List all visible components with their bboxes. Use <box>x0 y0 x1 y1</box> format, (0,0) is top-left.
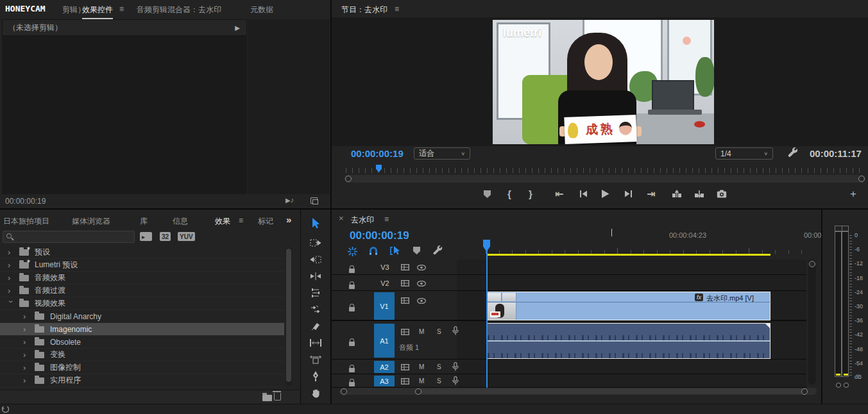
timeline-timecode[interactable]: 00:00:00:19 <box>350 229 409 242</box>
meter-channel-dot-right[interactable] <box>844 383 849 388</box>
track-target-a2[interactable]: A2 <box>374 361 395 373</box>
tab-program-monitor[interactable]: 节目：去水印 <box>341 4 387 15</box>
track-lock-icon[interactable] <box>349 368 355 372</box>
mic-voiceover-icon[interactable] <box>452 376 459 385</box>
rate-stretch-tool[interactable] <box>306 286 325 300</box>
vscroll-handle[interactable] <box>809 261 815 267</box>
tree-item-utility[interactable]: › 实用程序 <box>0 374 284 387</box>
tree-item-imagenomic[interactable]: › Imagenomic <box>0 323 284 336</box>
tree-item-video-effects[interactable]: › 视频效果 <box>0 297 284 310</box>
header-expand-icon[interactable]: ▶ <box>235 24 240 31</box>
hand-tool[interactable] <box>306 386 325 400</box>
snap-magnet-icon[interactable] <box>369 246 378 256</box>
mic-voiceover-icon[interactable] <box>452 326 459 335</box>
sync-lock-icon[interactable] <box>401 378 409 385</box>
sync-lock-icon[interactable] <box>401 297 409 304</box>
timeline-ruler[interactable]: 00:00:04:23 00:00:09:23 <box>457 228 806 254</box>
program-panel-menu-icon[interactable]: ≡ <box>395 4 399 13</box>
track-row-a2[interactable]: A2 M S <box>332 360 806 374</box>
play-audio-icon[interactable]: ▶♪ <box>285 196 294 204</box>
tab-sequence[interactable]: 去水印 <box>351 215 374 226</box>
linked-selection-icon[interactable] <box>390 246 400 256</box>
lift-button[interactable] <box>672 190 682 198</box>
audio-track-name[interactable]: 音频 1 <box>399 343 419 352</box>
tree-item-lumetri-presets[interactable]: › ★ Lumetri 预设 <box>0 259 284 272</box>
zoom-level-select[interactable]: 适合 ∨ <box>414 147 470 160</box>
slide-tool[interactable] <box>306 352 325 367</box>
effects-panel-menu-icon[interactable]: ≡ <box>239 216 243 225</box>
32bit-badge[interactable]: 32 <box>160 232 171 241</box>
timeline-hscrollbar[interactable] <box>339 388 817 395</box>
effects-list-scrollbar[interactable] <box>285 247 292 386</box>
track-lock-icon[interactable] <box>349 269 355 273</box>
track-target-v1[interactable]: V1 <box>374 292 395 320</box>
program-ruler[interactable] <box>346 168 862 173</box>
settings-wrench-icon[interactable] <box>788 147 798 158</box>
track-row-a3[interactable]: A3 M S <box>332 375 806 388</box>
playback-resolution-select[interactable]: 1/4 ∨ <box>715 147 773 160</box>
yuv-badge[interactable]: YUV <box>178 232 195 241</box>
timeline-settings-wrench-icon[interactable] <box>433 245 443 255</box>
search-field[interactable] <box>3 231 135 243</box>
track-lock-icon[interactable] <box>349 285 355 289</box>
mark-in-button[interactable]: { <box>507 188 511 199</box>
tree-item-audio-effects[interactable]: › 音频效果 <box>0 272 284 285</box>
trash-icon[interactable] <box>274 393 281 401</box>
scrollbar-thumb[interactable] <box>286 249 291 382</box>
track-visibility-eye-icon[interactable] <box>417 265 426 270</box>
tab-info[interactable]: 信息 <box>173 216 188 227</box>
clip-fx-badge[interactable]: fx <box>695 294 703 301</box>
audio-clip[interactable] <box>487 323 770 359</box>
track-target-v3[interactable]: V3 <box>375 263 395 271</box>
track-lock-icon[interactable] <box>349 307 355 311</box>
mute-button[interactable]: M <box>419 363 424 370</box>
tree-item-presets[interactable]: › ★ 预设 <box>0 246 284 259</box>
step-back-button[interactable] <box>579 190 588 197</box>
goto-out-button[interactable]: ⇥ <box>647 188 655 200</box>
extract-button[interactable] <box>694 190 704 198</box>
step-forward-button[interactable] <box>624 190 633 197</box>
close-panel-icon[interactable]: × <box>339 213 344 223</box>
sync-status-icon[interactable] <box>1 405 10 413</box>
pen-tool[interactable] <box>306 369 325 383</box>
timeline-add-marker-icon[interactable] <box>413 247 420 254</box>
selection-tool[interactable] <box>306 216 325 230</box>
tree-item-image-control[interactable]: › 图像控制 <box>0 361 284 374</box>
meter-channel-dot-left[interactable] <box>836 383 841 388</box>
track-row-v3[interactable]: V3 <box>332 260 806 275</box>
panel-menu-icon[interactable]: ≡ <box>119 4 124 13</box>
effect-controls-timecode[interactable]: 00:00:00:19 <box>5 197 46 206</box>
track-visibility-eye-icon[interactable] <box>417 298 426 304</box>
tree-item-transform[interactable]: › 变换 <box>0 349 284 361</box>
nest-insert-icon[interactable] <box>348 247 357 256</box>
track-target-a1[interactable]: A1 <box>374 324 395 358</box>
track-target-v2[interactable]: V2 <box>375 279 395 287</box>
add-marker-button[interactable] <box>484 190 491 198</box>
tab-libraries[interactable]: 库 <box>140 216 148 227</box>
tree-item-digital-anarchy[interactable]: › Digital Anarchy <box>0 310 284 323</box>
new-bin-icon[interactable] <box>262 395 272 401</box>
sync-lock-icon[interactable] <box>401 364 409 370</box>
solo-button[interactable]: S <box>437 328 441 335</box>
mic-voiceover-icon[interactable] <box>452 362 459 371</box>
remix-tool[interactable] <box>306 302 325 317</box>
mute-button[interactable]: M <box>419 377 424 385</box>
program-scrollbar[interactable] <box>345 175 865 183</box>
export-frame-button[interactable] <box>717 190 727 198</box>
timeline-vscrollbar[interactable] <box>808 259 816 385</box>
hscroll-handle-mid[interactable] <box>415 388 421 395</box>
sync-lock-icon[interactable] <box>401 264 409 270</box>
tab-metadata[interactable]: 元数据 <box>250 4 273 15</box>
tab-audio-clip-mixer[interactable]: 音频剪辑混合器：去水印 <box>137 4 221 15</box>
mark-out-button[interactable]: } <box>529 188 532 199</box>
track-row-v2[interactable]: V2 <box>332 276 806 291</box>
toggle-audio-icon[interactable] <box>311 197 318 204</box>
tab-project[interactable]: 日本旅拍项目 <box>3 216 49 227</box>
tab-overflow-icon[interactable]: » <box>286 214 291 225</box>
solo-button[interactable]: S <box>437 363 441 370</box>
goto-in-button[interactable]: ⇤ <box>555 188 563 200</box>
video-preview[interactable]: 成熟 lumetri <box>493 20 714 144</box>
hscroll-zoom-bar[interactable] <box>416 388 806 394</box>
tab-effects[interactable]: 效果 <box>215 216 230 229</box>
rolling-edit-tool[interactable] <box>306 269 325 283</box>
